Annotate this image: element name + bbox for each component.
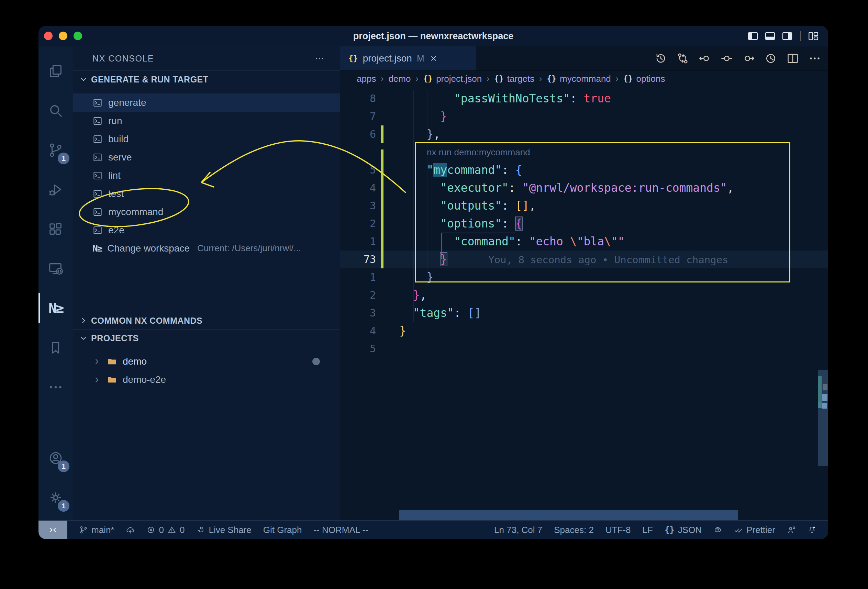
status-item-copilot[interactable] bbox=[713, 526, 722, 534]
status-item-encoding[interactable]: UTF-8 bbox=[605, 525, 631, 535]
code-line[interactable]: 8 "passWithNoTests": true bbox=[340, 90, 828, 108]
activity-bar-item-run-debug[interactable] bbox=[38, 170, 73, 209]
tab-close-icon[interactable] bbox=[429, 54, 438, 63]
next-change-button[interactable] bbox=[742, 52, 755, 65]
compare-changes-button[interactable] bbox=[676, 52, 689, 65]
section-header-projects[interactable]: PROJECTS bbox=[73, 329, 340, 347]
open-changes-button[interactable] bbox=[720, 52, 733, 65]
code-editor[interactable]: 8 "passWithNoTests": true7 }6 },nx run d… bbox=[340, 87, 828, 520]
status-label: Prettier bbox=[746, 525, 775, 535]
file-history-button[interactable] bbox=[764, 52, 777, 65]
status-item-prettier[interactable]: Prettier bbox=[734, 525, 775, 535]
status-item-problems[interactable]: 00 bbox=[146, 525, 185, 535]
vertical-scrollbar[interactable] bbox=[818, 370, 828, 466]
breadcrumb-item-targets[interactable]: {}targets bbox=[494, 74, 534, 84]
status-item-git-branch[interactable]: main* bbox=[79, 525, 114, 535]
breadcrumb-item-options[interactable]: {}options bbox=[623, 74, 665, 84]
sidebar: NX CONSOLE GENERATE & RUN TARGETgenerate… bbox=[73, 46, 340, 520]
code-token: } bbox=[427, 270, 433, 284]
breadcrumb-item-mycommand[interactable]: {}mycommand bbox=[547, 74, 611, 84]
codelens-command[interactable]: nx run demo:mycommand bbox=[399, 143, 530, 161]
sidebar-item-change-workspace[interactable]: N≥Change workspaceCurrent: /Users/juri/n… bbox=[73, 239, 340, 257]
tab-label: project.json bbox=[363, 53, 412, 64]
code-line[interactable]: 4 "executor": "@nrwl/workspace:run-comma… bbox=[340, 179, 828, 197]
more-actions-button[interactable] bbox=[808, 52, 821, 65]
next-change-icon bbox=[742, 52, 755, 65]
status-item-notifications[interactable] bbox=[807, 526, 816, 534]
code-line[interactable]: 73 }You, 8 seconds ago • Uncommitted cha… bbox=[340, 251, 828, 269]
line-number: 73 bbox=[340, 251, 376, 269]
breadcrumb-separator: › bbox=[487, 74, 489, 84]
code-token: } bbox=[440, 110, 447, 123]
sidebar-item-serve[interactable]: serve bbox=[73, 148, 340, 166]
code-line[interactable]: 4} bbox=[340, 322, 828, 340]
code-line[interactable]: 5 "mycommand": { bbox=[340, 161, 828, 179]
status-item-feedback[interactable] bbox=[787, 526, 796, 534]
activity-bar-item-more-views[interactable] bbox=[38, 368, 73, 407]
code-line[interactable]: 3 "tags": [] bbox=[340, 304, 828, 322]
section-header-generate-run-target[interactable]: GENERATE & RUN TARGET bbox=[73, 71, 340, 88]
breadcrumb-item-apps[interactable]: apps bbox=[357, 74, 376, 84]
code-line[interactable]: 5 bbox=[340, 340, 828, 358]
status-item-cursor-position[interactable]: Ln 73, Col 7 bbox=[494, 525, 542, 535]
sidebar-item-demo[interactable]: demo bbox=[73, 352, 340, 371]
activity-bar-item-explorer[interactable] bbox=[38, 51, 73, 91]
code-line[interactable]: 6 }, bbox=[340, 125, 828, 143]
activity-bar-item-search[interactable] bbox=[38, 91, 73, 130]
sidebar-item-test[interactable]: test bbox=[73, 185, 340, 203]
status-item-eol[interactable]: LF bbox=[642, 525, 653, 535]
activity-bar-item-extensions[interactable] bbox=[38, 209, 73, 249]
status-item-indentation[interactable]: Spaces: 2 bbox=[554, 525, 594, 535]
status-item-git-graph[interactable]: Git Graph bbox=[263, 525, 302, 535]
code-line[interactable]: 2 "options": { bbox=[340, 215, 828, 233]
codelens-line[interactable]: nx run demo:mycommand bbox=[340, 143, 828, 161]
activity-bar-item-remote-explorer[interactable] bbox=[38, 249, 73, 288]
code-line[interactable]: 7 } bbox=[340, 108, 828, 125]
section-header-common-nx-commands[interactable]: COMMON NX COMMANDS bbox=[73, 312, 340, 329]
sidebar-item-demo-e2e[interactable]: demo-e2e bbox=[73, 371, 340, 389]
status-item-remote-indicator[interactable] bbox=[38, 521, 67, 539]
activity-bar-item-nx-console[interactable]: N≥ bbox=[38, 288, 73, 328]
horizontal-scrollbar[interactable] bbox=[399, 510, 738, 520]
split-editor-button[interactable] bbox=[786, 52, 799, 65]
tab-project-json[interactable]: {} project.json M bbox=[340, 46, 476, 71]
code-line[interactable]: 2 }, bbox=[340, 286, 828, 304]
gutter-modified-indicator bbox=[381, 90, 384, 108]
sidebar-item-build[interactable]: build bbox=[73, 130, 340, 148]
status-item-publish-changes[interactable] bbox=[126, 526, 135, 534]
code-line[interactable]: 1 "command": "echo \"bla\"" bbox=[340, 233, 828, 251]
sidebar-item-lint[interactable]: lint bbox=[73, 166, 340, 185]
toggle-layouts-button[interactable] bbox=[807, 30, 819, 42]
code-token bbox=[399, 306, 413, 320]
breadcrumb-item-project-json[interactable]: {}project.json bbox=[423, 74, 482, 84]
code-line[interactable]: 1 } bbox=[340, 269, 828, 286]
activity-bar-item-source-control[interactable]: 1 bbox=[38, 130, 73, 170]
status-item-vim-mode[interactable]: -- NORMAL -- bbox=[313, 525, 368, 535]
timeline-button[interactable] bbox=[654, 52, 667, 65]
json-symbol-icon: {} bbox=[423, 74, 433, 83]
toggle-panel-bottom-button[interactable] bbox=[764, 30, 776, 42]
sidebar-more-actions-icon[interactable] bbox=[314, 53, 325, 63]
sidebar-item-mycommand[interactable]: mycommand bbox=[73, 203, 340, 221]
line-number: 1 bbox=[340, 269, 376, 286]
terminal-icon bbox=[92, 225, 103, 235]
sidebar-item-generate[interactable]: generate bbox=[73, 93, 340, 112]
status-item-live-share[interactable]: Live Share bbox=[196, 525, 251, 535]
code-token: " bbox=[618, 235, 625, 248]
breadcrumb-separator: › bbox=[539, 74, 542, 84]
activity-bar-item-bookmarks[interactable] bbox=[38, 328, 73, 368]
activity-bar-item-settings[interactable]: 1 bbox=[38, 478, 73, 517]
line-number: 4 bbox=[340, 322, 376, 340]
toggle-panel-left-button[interactable] bbox=[747, 30, 759, 42]
sidebar-item-run[interactable]: run bbox=[73, 112, 340, 130]
breadcrumb-separator: › bbox=[415, 74, 418, 84]
breadcrumb-item-demo[interactable]: demo bbox=[388, 74, 410, 84]
code-token: , bbox=[433, 127, 440, 141]
sidebar-item-e2e[interactable]: e2e bbox=[73, 221, 340, 239]
previous-change-button[interactable] bbox=[698, 52, 711, 65]
toggle-panel-right-button[interactable] bbox=[781, 30, 793, 42]
gutter-modified-indicator bbox=[381, 108, 384, 125]
activity-bar-item-accounts[interactable]: 1 bbox=[38, 438, 73, 478]
code-line[interactable]: 3 "outputs": [], bbox=[340, 197, 828, 215]
status-item-language-mode[interactable]: {}JSON bbox=[664, 525, 702, 535]
